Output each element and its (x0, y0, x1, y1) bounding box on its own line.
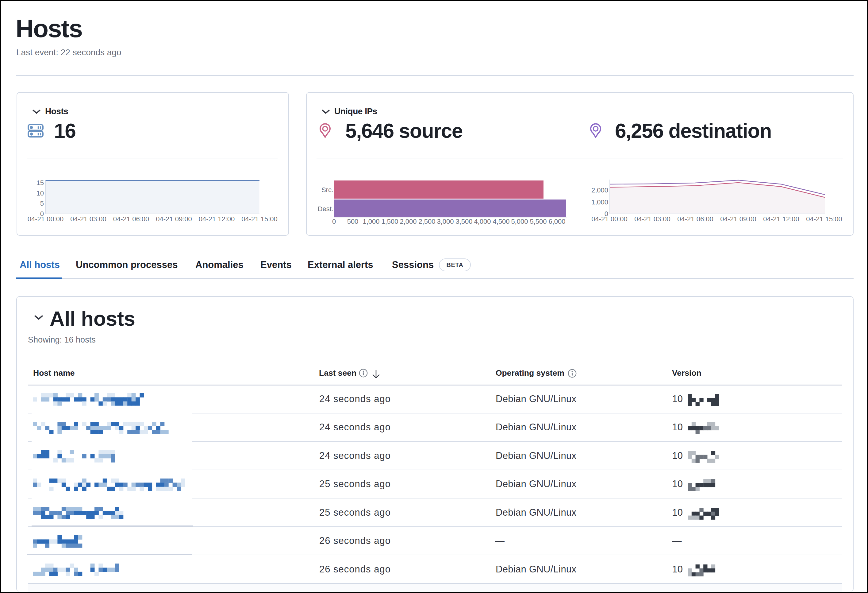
svg-text:04-21 12:00: 04-21 12:00 (763, 215, 799, 223)
svg-text:04-21 00:00: 04-21 00:00 (591, 215, 627, 223)
svg-text:04-21 06:00: 04-21 06:00 (113, 215, 149, 223)
svg-text:04-21 06:00: 04-21 06:00 (677, 215, 713, 223)
svg-text:500: 500 (347, 217, 359, 225)
svg-text:6,000: 6,000 (548, 217, 565, 225)
svg-text:5,500: 5,500 (530, 217, 546, 225)
svg-text:Src.: Src. (322, 186, 334, 194)
svg-text:04-21 03:00: 04-21 03:00 (634, 215, 670, 223)
svg-text:04-21 09:00: 04-21 09:00 (720, 215, 756, 223)
svg-text:5,000: 5,000 (511, 217, 528, 225)
svg-text:1,000: 1,000 (591, 198, 608, 206)
svg-text:Dest.: Dest. (318, 205, 334, 213)
svg-text:15: 15 (37, 179, 44, 186)
svg-text:2,000: 2,000 (400, 217, 416, 225)
svg-text:04-21 00:00: 04-21 00:00 (28, 215, 63, 223)
svg-text:3,000: 3,000 (437, 217, 454, 225)
svg-text:1,000: 1,000 (363, 217, 379, 225)
svg-text:04-21 03:00: 04-21 03:00 (70, 215, 106, 223)
svg-text:04-21 15:00: 04-21 15:00 (806, 215, 842, 223)
svg-text:0: 0 (332, 217, 336, 225)
svg-text:2,000: 2,000 (591, 186, 608, 194)
svg-text:4,500: 4,500 (493, 217, 509, 225)
svg-text:04-21 15:00: 04-21 15:00 (241, 215, 277, 223)
svg-text:1,500: 1,500 (381, 217, 398, 225)
svg-text:04-21 12:00: 04-21 12:00 (199, 215, 235, 223)
svg-text:5: 5 (40, 200, 44, 207)
svg-text:2,500: 2,500 (418, 217, 435, 225)
svg-text:3,500: 3,500 (455, 217, 472, 225)
svg-text:04-21 09:00: 04-21 09:00 (156, 215, 192, 223)
svg-text:10: 10 (37, 189, 44, 197)
svg-text:4,000: 4,000 (474, 217, 491, 225)
